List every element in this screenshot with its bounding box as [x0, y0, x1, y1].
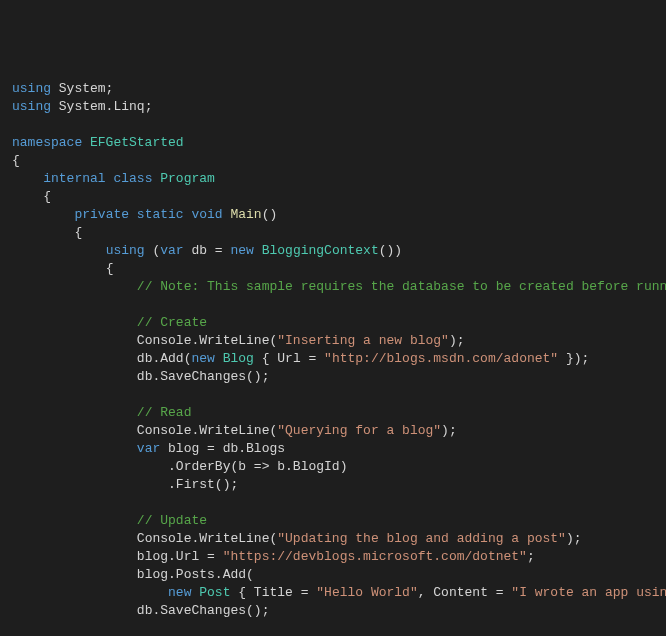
code-line: { — [12, 260, 654, 278]
token: ()) — [379, 243, 402, 258]
code-line — [12, 386, 654, 404]
token: db.SaveChanges(); — [137, 369, 270, 384]
token: { — [12, 153, 20, 168]
token: Post — [199, 585, 230, 600]
code-line — [12, 296, 654, 314]
token: // Read — [137, 405, 192, 420]
code-line: namespace EFGetStarted — [12, 134, 654, 152]
token: { Title = — [230, 585, 316, 600]
code-line: blog.Posts.Add( — [12, 566, 654, 584]
token: { — [106, 261, 114, 276]
code-line: { — [12, 188, 654, 206]
token: Main — [230, 207, 261, 222]
token: "https://devblogs.microsoft.com/dotnet" — [223, 549, 527, 564]
token: namespace — [12, 135, 90, 150]
token: new — [168, 585, 199, 600]
token: ); — [449, 333, 465, 348]
token: ; — [527, 549, 535, 564]
token: .OrderBy(b => b.BlogId) — [168, 459, 347, 474]
code-line: blog.Url = "https://devblogs.microsoft.c… — [12, 548, 654, 566]
token: using — [12, 81, 59, 96]
token: new — [191, 351, 222, 366]
code-line: // Read — [12, 404, 654, 422]
token: "Hello World" — [316, 585, 417, 600]
code-line: var blog = db.Blogs — [12, 440, 654, 458]
code-line: .OrderBy(b => b.BlogId) — [12, 458, 654, 476]
token: blog.Url = — [137, 549, 223, 564]
token: // Create — [137, 315, 207, 330]
code-line: db.SaveChanges(); — [12, 602, 654, 620]
token: Console.WriteLine( — [137, 531, 277, 546]
token: // Note: This sample requires the databa… — [137, 279, 666, 294]
code-line: db.SaveChanges(); — [12, 368, 654, 386]
token: { Url = — [254, 351, 324, 366]
code-line — [12, 116, 654, 134]
token: "Inserting a new blog" — [277, 333, 449, 348]
code-line: { — [12, 152, 654, 170]
token: ); — [566, 531, 582, 546]
token: db = — [191, 243, 230, 258]
code-line: Console.WriteLine("Querying for a blog")… — [12, 422, 654, 440]
code-line: db.Add(new Blog { Url = "http://blogs.ms… — [12, 350, 654, 368]
token: // Update — [137, 513, 207, 528]
code-block: using System;using System.Linq; namespac… — [12, 80, 654, 636]
token: { — [74, 225, 82, 240]
token: blog = db.Blogs — [168, 441, 285, 456]
code-line: using System.Linq; — [12, 98, 654, 116]
code-line: new Post { Title = "Hello World", Conten… — [12, 584, 654, 602]
token: BloggingContext — [262, 243, 379, 258]
token: System; — [59, 81, 114, 96]
token: EFGetStarted — [90, 135, 184, 150]
token: Console.WriteLine( — [137, 333, 277, 348]
code-line: // Note: This sample requires the databa… — [12, 278, 654, 296]
token: .First(); — [168, 477, 238, 492]
token: ); — [441, 423, 457, 438]
code-line — [12, 494, 654, 512]
token: }); — [558, 351, 589, 366]
token: "Querying for a blog" — [277, 423, 441, 438]
code-line: .First(); — [12, 476, 654, 494]
token: "Updating the blog and adding a post" — [277, 531, 566, 546]
token: Program — [160, 171, 215, 186]
token: "I wrote an app using — [511, 585, 666, 600]
token: db.SaveChanges(); — [137, 603, 270, 618]
code-line: // Update — [12, 512, 654, 530]
token: blog.Posts.Add( — [137, 567, 254, 582]
token: private static void — [74, 207, 230, 222]
code-line: internal class Program — [12, 170, 654, 188]
token: using — [106, 243, 153, 258]
token: var — [160, 243, 191, 258]
code-line: Console.WriteLine("Inserting a new blog"… — [12, 332, 654, 350]
token: { — [43, 189, 51, 204]
token: db.Add( — [137, 351, 192, 366]
code-line: Console.WriteLine("Updating the blog and… — [12, 530, 654, 548]
token: Console.WriteLine( — [137, 423, 277, 438]
token: System.Linq; — [59, 99, 153, 114]
token: var — [137, 441, 168, 456]
token: Blog — [223, 351, 254, 366]
code-line — [12, 620, 654, 636]
token: using — [12, 99, 59, 114]
token: , Content = — [418, 585, 512, 600]
code-line: { — [12, 224, 654, 242]
code-line: // Create — [12, 314, 654, 332]
token: internal class — [43, 171, 160, 186]
code-line: using (var db = new BloggingContext()) — [12, 242, 654, 260]
code-line: using System; — [12, 80, 654, 98]
token: () — [262, 207, 278, 222]
token: "http://blogs.msdn.com/adonet" — [324, 351, 558, 366]
code-line: private static void Main() — [12, 206, 654, 224]
token: new — [230, 243, 261, 258]
